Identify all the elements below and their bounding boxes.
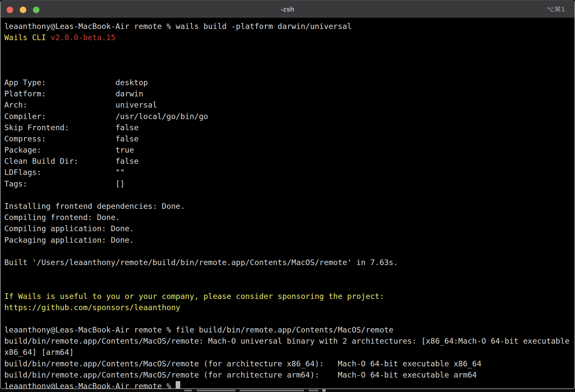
terminal-text: Compiling application: Done. [4,224,134,233]
window-shortcut-badge: ⌥⌘1 [546,0,565,18]
window-title: -zsh [1,0,574,18]
terminal-line: x86_64] [arm64] [4,347,574,358]
terminal-line: Arch: universal [4,99,574,110]
terminal-text: build/bin/remote.app/Contents/MacOS/remo… [4,336,569,346]
terminal-line: Package: true [4,144,574,156]
terminal-text: App Type: desktop [4,78,148,87]
terminal-text: If Wails is useful to you or your compan… [4,292,384,301]
terminal-text: Skip Frontend: false [4,123,138,132]
terminal-text: build/bin/remote.app/Contents/MacOS/remo… [4,370,477,380]
terminal-text: x86_64] [arm64] [4,348,74,357]
terminal-line: Built '/Users/leaanthony/remote/build/bi… [4,257,574,268]
terminal-line [4,189,574,201]
terminal-text: Packaging application: Done. [4,235,134,245]
terminal-line [4,279,574,290]
terminal-text: Tags: [] [4,179,125,188]
terminal-window: -zsh ⌥⌘1 leaanthony@Leas-MacBook-Air rem… [0,0,575,389]
terminal-line: leaanthony@Leas-MacBook-Air remote % [4,380,574,389]
terminal-text: Compress: false [4,134,138,143]
terminal-text: v2.0.0-beta.15 [51,33,115,42]
terminal-text: Compiling frontend: Done. [4,213,120,222]
terminal-line: Skip Frontend: false [4,122,574,133]
terminal-line: leaanthony@Leas-MacBook-Air remote % wai… [4,21,574,32]
terminal-text: Clean Build Dir: false [4,157,138,166]
terminal-line: build/bin/remote.app/Contents/MacOS/remo… [4,369,574,380]
terminal-line: https://github.com/sponsors/leaanthony [4,302,574,313]
terminal-screen[interactable]: leaanthony@Leas-MacBook-Air remote % wai… [1,18,574,389]
terminal-line: Platform: darwin [4,88,574,99]
terminal-line: build/bin/remote.app/Contents/MacOS/remo… [4,335,574,347]
terminal-text: build/bin/remote.app/Contents/MacOS/remo… [4,359,481,368]
background-window-sliver [0,389,575,392]
terminal-line [4,313,574,324]
terminal-line [4,268,574,279]
terminal-line: Tags: [] [4,178,574,189]
terminal-line: leaanthony@Leas-MacBook-Air remote % fil… [4,324,574,335]
terminal-line [4,66,574,77]
terminal-text: leaanthony@Leas-MacBook-Air remote % [4,381,176,389]
terminal-text: https://github.com/sponsors/leaanthony [4,303,180,312]
terminal-text: Built '/Users/leaanthony/remote/build/bi… [4,258,398,267]
terminal-cursor [176,381,180,389]
terminal-line: Compiling application: Done. [4,223,574,234]
titlebar[interactable]: -zsh ⌥⌘1 [1,0,574,18]
terminal-line: Compiling frontend: Done. [4,212,574,223]
terminal-line [4,55,574,66]
terminal-line [4,246,574,257]
terminal-text: Arch: universal [4,100,157,110]
terminal-line: Clean Build Dir: false [4,156,574,167]
terminal-text: Wails CLI [4,33,51,42]
terminal-line: Compress: false [4,133,574,144]
terminal-text: Platform: darwin [4,89,143,98]
terminal-line: build/bin/remote.app/Contents/MacOS/remo… [4,358,574,369]
terminal-text: Package: true [4,145,134,155]
terminal-text: Installing frontend dependencies: Done. [4,202,185,211]
terminal-line: LDFlags: "" [4,167,574,178]
terminal-line: Packaging application: Done. [4,234,574,246]
terminal-text: leaanthony@Leas-MacBook-Air remote % wai… [4,22,352,31]
terminal-line: Installing frontend dependencies: Done. [4,201,574,212]
terminal-text: Compiler: /usr/local/go/bin/go [4,112,208,121]
terminal-line: Compiler: /usr/local/go/bin/go [4,111,574,122]
terminal-line [4,43,574,54]
terminal-line: App Type: desktop [4,77,574,88]
terminal-line: Wails CLI v2.0.0-beta.15 [4,32,574,43]
terminal-text: leaanthony@Leas-MacBook-Air remote % fil… [4,325,393,334]
terminal-line: If Wails is useful to you or your compan… [4,291,574,302]
terminal-text: LDFlags: "" [4,168,125,177]
